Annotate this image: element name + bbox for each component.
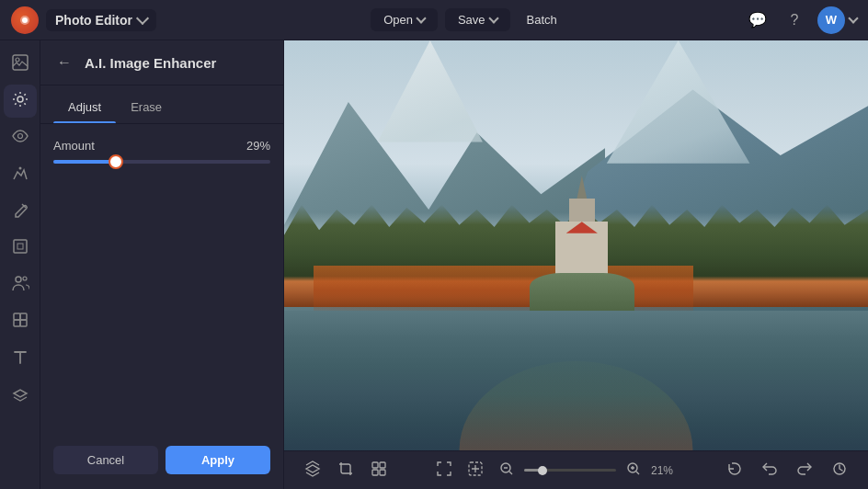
svg-point-5 [17,133,22,138]
grid-bottom-button[interactable] [365,457,393,484]
bottom-bar: 21% [284,450,868,489]
text-tool-button[interactable] [4,342,37,375]
crop-bottom-button[interactable] [332,457,360,484]
ai-enhancer-panel: ← A.I. Image Enhancer Adjust Erase Amoun… [40,40,284,489]
back-button[interactable]: ← [53,51,75,74]
select-area-button[interactable] [462,457,489,484]
church-body [555,222,608,279]
enhance-tool-button[interactable] [4,85,37,118]
svg-point-6 [18,166,21,169]
canvas-image[interactable] [284,40,868,450]
svg-point-10 [23,277,27,280]
cancel-button[interactable]: Cancel [53,446,158,474]
history-button[interactable] [826,457,853,484]
avatar-group[interactable]: W [817,6,857,34]
panel-title: A.I. Image Enhancer [85,55,216,71]
view-tool-button[interactable] [4,121,37,154]
zoom-thumb [538,466,547,475]
topbar-right: 💬 ? W [744,6,857,34]
fit-screen-icon [436,461,452,480]
media-icon [11,53,29,76]
tab-erase[interactable]: Erase [116,95,177,123]
amount-value: 29% [246,139,270,153]
water-layer [284,311,868,450]
retouch-tool-button[interactable] [4,195,37,228]
svg-point-9 [16,277,21,282]
undo-icon [761,461,778,480]
svg-rect-11 [14,313,20,320]
fit-screen-button[interactable] [430,457,458,484]
bottom-tools-left [299,457,393,484]
water-reflection [430,339,723,450]
apply-button[interactable]: Apply [166,446,270,474]
svg-rect-17 [372,470,378,475]
zoom-value-label: 21% [651,464,683,477]
amount-slider-container[interactable] [53,160,270,164]
layers-bottom-icon [304,461,321,480]
zoom-out-button[interactable] [493,457,520,484]
help-icon: ? [791,12,799,28]
svg-point-4 [17,97,23,102]
media-tool-button[interactable] [4,48,37,81]
amount-label: Amount [53,139,95,153]
undo-button[interactable] [756,457,783,484]
avatar-button[interactable]: W [817,6,845,34]
open-button[interactable]: Open [371,8,438,31]
svg-rect-13 [20,313,27,320]
island-group [530,204,634,319]
chat-icon-button[interactable]: 💬 [744,6,771,34]
image-background [284,40,868,450]
batch-button[interactable]: Batch [518,8,566,31]
text-icon [11,347,29,370]
zoom-in-icon [626,461,641,479]
panel-tabs: Adjust Erase [40,85,283,124]
layers-icon [11,384,29,407]
topbar: Photo Editor Open Save Batch 💬 ? W [0,0,868,40]
objects-icon [11,311,29,334]
redo-button[interactable] [791,457,818,484]
history-icon [831,461,848,480]
layers-tool-button[interactable] [4,379,37,412]
layers-bottom-button[interactable] [299,457,326,484]
svg-point-1 [22,17,28,23]
people-icon [11,274,29,297]
zoom-slider-track[interactable] [524,469,616,472]
grid-bottom-icon [371,461,387,480]
svg-rect-15 [372,462,378,468]
foliage-layer [314,266,693,315]
zoom-in-button[interactable] [620,457,647,484]
frames-tool-button[interactable] [4,232,37,265]
zoom-out-icon [499,461,514,479]
help-icon-button[interactable]: ? [781,6,808,34]
redo-icon [796,461,813,480]
app-title-group[interactable]: Photo Editor [46,9,156,31]
frames-icon [11,237,29,260]
save-chevron-icon [488,13,498,23]
amount-row: Amount 29% [53,139,270,153]
app-title-chevron-icon [136,12,149,25]
effects-icon [11,164,29,187]
chat-icon: 💬 [748,11,767,28]
people-tool-button[interactable] [4,268,37,301]
objects-tool-button[interactable] [4,305,37,338]
enhance-icon [11,90,29,113]
avatar-chevron-icon [848,13,858,23]
crop-bottom-icon [337,461,354,480]
retouch-icon [11,200,29,223]
reset-icon [726,461,743,480]
effects-tool-button[interactable] [4,158,37,191]
main-content: ← A.I. Image Enhancer Adjust Erase Amoun… [0,40,868,489]
save-button[interactable]: Save [445,8,510,31]
reset-button[interactable] [721,457,748,484]
svg-rect-18 [380,470,385,475]
svg-rect-7 [14,240,27,253]
svg-rect-2 [13,55,28,70]
view-icon [11,127,29,150]
panel-header: ← A.I. Image Enhancer [40,40,283,85]
app-logo [11,6,39,34]
zoom-controls: 21% [430,457,683,484]
open-chevron-icon [416,13,426,23]
svg-rect-16 [380,462,385,468]
tab-adjust[interactable]: Adjust [53,95,116,123]
tool-sidebar [0,40,40,489]
